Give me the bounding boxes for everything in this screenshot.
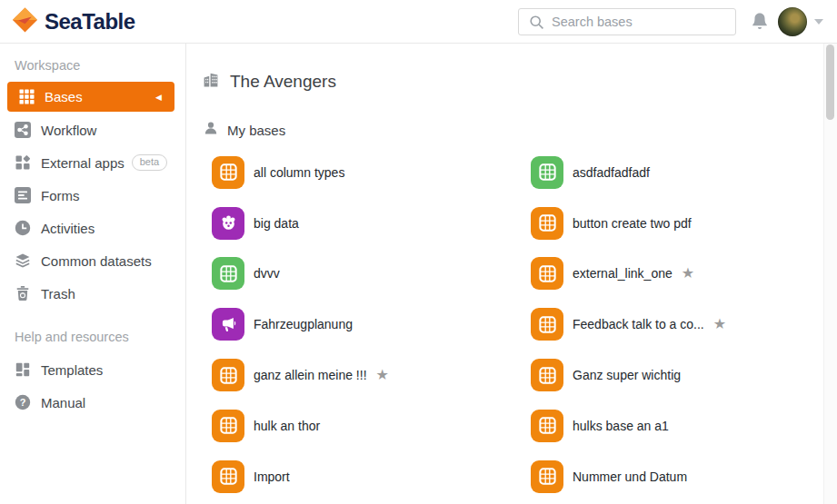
big-data-icon (212, 207, 244, 240)
bases-grid: all column types ★ big data ★ dvvv (212, 147, 837, 502)
account-menu-chevron-down-icon[interactable] (814, 19, 823, 25)
collapse-left-icon[interactable]: ◀ (155, 93, 162, 102)
scrollbar-thumb[interactable] (826, 44, 834, 120)
base-item[interactable]: Fahrzeugplanung ★ (212, 299, 531, 350)
bases-column-left: all column types ★ big data ★ dvvv (212, 147, 531, 502)
favorite-star-icon[interactable]: ★ (376, 368, 389, 382)
sidebar-item-label: Activities (41, 221, 95, 236)
sidebar-item-manual[interactable]: ? Manual (0, 386, 185, 419)
table-icon (531, 460, 563, 493)
question-icon: ? (15, 394, 31, 410)
base-name: button create two pdf (573, 216, 692, 231)
my-bases-header: My bases (204, 122, 837, 138)
base-item[interactable]: all column types ★ (212, 147, 531, 198)
favorite-star-icon[interactable]: ★ (713, 317, 726, 331)
sidebar-item-label: Templates (41, 362, 103, 378)
sidebar-item-bases[interactable]: Bases ◀ (7, 82, 174, 112)
base-name: asdfadfadfadf (573, 165, 650, 180)
base-item[interactable]: button create two pdf ★ (531, 198, 726, 249)
main-content: The Avengers My bases all column types ★ (186, 44, 837, 504)
form-icon (15, 187, 31, 203)
base-name: ganz allein meine !!! (254, 368, 367, 382)
brand-name: SeaTable (45, 9, 135, 35)
base-item[interactable]: Nummer und Datum ★ (531, 451, 726, 502)
base-name: Nummer und Datum (573, 469, 687, 484)
sidebar-item-workflow[interactable]: Workflow (0, 114, 185, 146)
base-name: all column types (254, 165, 344, 180)
base-name: Ganz super wichtig (573, 368, 681, 382)
help-section-label: Help and resources (15, 330, 185, 344)
organization-building-icon (202, 71, 220, 93)
workspace-title: The Avengers (230, 72, 336, 92)
base-item[interactable]: hulks base an a1 ★ (531, 400, 726, 451)
svg-text:?: ? (20, 397, 26, 408)
my-bases-label: My bases (227, 123, 285, 138)
vertical-scrollbar[interactable] (823, 44, 837, 504)
workspace-section-label: Workspace (15, 58, 185, 73)
base-item[interactable]: ganz allein meine !!! ★ (212, 350, 531, 400)
top-bar: SeaTable (0, 0, 837, 44)
sidebar-item-common-datasets[interactable]: Common datasets (0, 244, 185, 277)
base-name: external_link_one (573, 266, 673, 281)
table-icon (531, 410, 563, 442)
base-name: Fahrzeugplanung (254, 317, 353, 331)
base-item[interactable]: dvvv ★ (212, 249, 531, 300)
notifications-bell-icon[interactable] (749, 11, 771, 35)
workflow-icon (15, 122, 31, 138)
seatable-logo-icon (12, 6, 38, 37)
sidebar-item-label: Manual (41, 395, 85, 410)
workspace-title-row: The Avengers (202, 71, 837, 93)
base-name: Import (254, 469, 290, 484)
base-name: hulks base an a1 (573, 419, 669, 433)
sidebar-item-label: External apps (41, 155, 125, 171)
sidebar-item-label: Forms (41, 188, 80, 203)
sidebar-item-label: Common datasets (41, 253, 152, 269)
base-item[interactable]: hulk an thor ★ (212, 400, 531, 451)
templates-icon (15, 361, 31, 378)
search-input[interactable] (552, 15, 706, 29)
apps-icon (15, 154, 31, 171)
base-item[interactable]: external_link_one ★ (531, 249, 726, 300)
bases-column-right: asdfadfadfadf ★ button create two pdf ★ … (531, 147, 726, 502)
base-item[interactable]: big data ★ (212, 198, 531, 249)
sidebar-item-label: Workflow (41, 123, 96, 138)
table-icon (531, 257, 563, 290)
sidebar-item-external-apps[interactable]: External apps beta (0, 146, 185, 179)
search-bases-box (518, 8, 736, 35)
layers-icon (15, 252, 31, 269)
table-icon (212, 257, 244, 290)
table-icon (212, 460, 244, 493)
megaphone-icon (212, 308, 244, 341)
base-item[interactable]: asdfadfadfadf ★ (531, 147, 726, 198)
person-icon (204, 121, 218, 139)
base-item[interactable]: Ganz super wichtig ★ (531, 350, 726, 400)
beta-badge: beta (132, 154, 167, 171)
sidebar-item-label: Trash (41, 286, 75, 301)
search-icon (529, 15, 544, 30)
sidebar-item-label: Bases (45, 89, 83, 104)
table-icon (531, 207, 563, 240)
sidebar-item-templates[interactable]: Templates (0, 353, 185, 386)
grid-icon (18, 89, 35, 105)
table-icon (212, 156, 244, 189)
favorite-star-icon[interactable]: ★ (682, 266, 694, 281)
base-item[interactable]: Feedback talk to a co... ★ (531, 299, 726, 350)
table-icon (531, 156, 563, 189)
user-avatar[interactable] (778, 7, 807, 36)
clock-icon (15, 220, 31, 236)
sidebar-item-trash[interactable]: Trash (0, 277, 185, 310)
table-icon (212, 410, 244, 442)
table-icon (212, 359, 244, 391)
sidebar-item-forms[interactable]: Forms (0, 179, 185, 212)
base-name: big data (254, 216, 299, 231)
trash-icon (15, 285, 31, 301)
seatable-logo[interactable]: SeaTable (12, 6, 135, 37)
sidebar-item-activities[interactable]: Activities (0, 212, 185, 244)
table-icon (531, 359, 563, 391)
sidebar: Workspace Bases ◀ Workflow (0, 44, 186, 504)
table-icon (531, 308, 563, 341)
base-name: hulk an thor (254, 419, 320, 433)
base-name: Feedback talk to a co... (573, 317, 704, 331)
base-item[interactable]: Import ★ (212, 451, 531, 502)
base-name: dvvv (254, 266, 280, 281)
